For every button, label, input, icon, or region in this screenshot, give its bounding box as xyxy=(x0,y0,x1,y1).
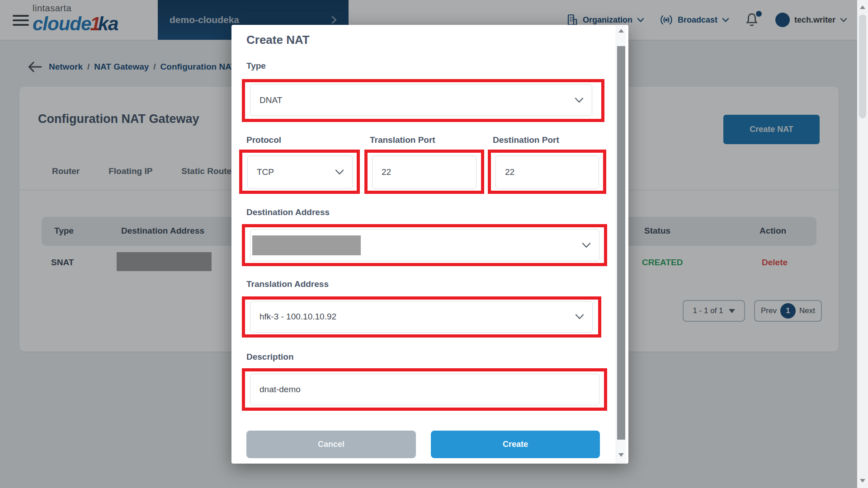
translation-address-label: Translation Address xyxy=(246,279,329,289)
type-label: Type xyxy=(246,61,266,71)
destination-port-value: 22 xyxy=(496,167,514,177)
translation-address-value: hfk-3 - 100.10.10.92 xyxy=(250,312,336,322)
protocol-label: Protocol xyxy=(246,135,281,145)
cancel-button[interactable]: Cancel xyxy=(246,431,416,458)
chevron-down-icon xyxy=(582,242,591,248)
description-value: dnat-demo xyxy=(250,385,301,394)
description-input[interactable]: dnat-demo xyxy=(250,374,599,405)
scroll-up-arrow-icon[interactable] xyxy=(860,5,865,9)
redacted-destination-address-value xyxy=(252,235,361,255)
destination-port-input[interactable]: 22 xyxy=(495,155,599,189)
description-label: Description xyxy=(246,352,294,362)
create-button[interactable]: Create xyxy=(431,431,600,458)
scroll-up-arrow-icon[interactable] xyxy=(618,29,624,33)
type-value: DNAT xyxy=(250,95,282,105)
protocol-select[interactable]: TCP xyxy=(247,155,353,189)
translation-port-label: Translation Port xyxy=(370,135,435,145)
chevron-down-icon xyxy=(335,169,344,175)
translation-port-value: 22 xyxy=(373,167,391,177)
page-scrollbar[interactable] xyxy=(857,0,868,488)
chevron-down-icon xyxy=(575,97,584,103)
modal-scrollbar[interactable] xyxy=(616,25,626,464)
scroll-down-arrow-icon[interactable] xyxy=(618,453,624,457)
destination-port-label: Destination Port xyxy=(493,135,559,145)
scroll-down-arrow-icon[interactable] xyxy=(860,479,865,483)
chevron-down-icon xyxy=(575,314,584,320)
modal-scrollbar-thumb[interactable] xyxy=(617,46,625,440)
type-select[interactable]: DNAT xyxy=(250,84,592,116)
translation-port-input[interactable]: 22 xyxy=(372,155,476,189)
page-scrollbar-thumb[interactable] xyxy=(859,14,866,118)
app-viewport: lintasarta cloude1ka demo-cloudeka Organ… xyxy=(0,0,868,488)
modal-title: Create NAT xyxy=(246,33,310,47)
protocol-value: TCP xyxy=(248,167,274,177)
translation-address-select[interactable]: hfk-3 - 100.10.10.92 xyxy=(250,301,593,333)
create-nat-modal: Create NAT Type DNAT Protocol Translatio… xyxy=(231,25,628,464)
destination-address-label: Destination Address xyxy=(246,207,330,217)
destination-address-select[interactable] xyxy=(250,229,599,261)
